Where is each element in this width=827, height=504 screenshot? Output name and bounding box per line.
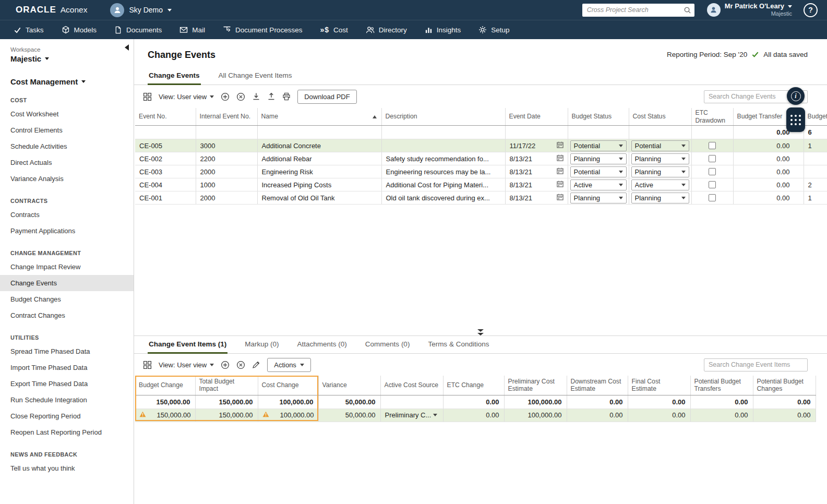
sidebar-item-control-elements[interactable]: Control Elements — [0, 122, 134, 138]
event-row-ce-005[interactable]: CE-005 3000 Additional Concrete 11/17/22… — [135, 139, 827, 152]
budget-status-select[interactable]: Planning — [570, 193, 627, 203]
help-button[interactable]: ? — [804, 3, 818, 17]
sidebar-item-direct-actuals[interactable]: Direct Actuals — [0, 154, 134, 171]
sort-ascending-icon[interactable] — [373, 115, 377, 118]
sidebar-item-reopen-last-reporting-period[interactable]: Reopen Last Reporting Period — [0, 424, 134, 440]
change-event-item-row[interactable]: 150,000.00 150,000.00 100,000.00 50,000 — [135, 409, 816, 422]
nav-cost[interactable]: »$ Cost — [320, 26, 347, 34]
remove-icon[interactable] — [236, 92, 245, 101]
cost-status-select[interactable]: Planning — [631, 166, 689, 177]
cost-status-select[interactable]: Active — [631, 179, 689, 190]
nav-tasks[interactable]: Tasks — [14, 26, 44, 34]
col-budget-change[interactable]: Budget Change — [135, 376, 195, 395]
sidebar-item-change-impact-review[interactable]: Change Impact Review — [0, 259, 134, 275]
sidebar-item-close-reporting-period[interactable]: Close Reporting Period — [0, 408, 134, 424]
calendar-icon[interactable] — [557, 194, 564, 202]
col-active-cost-source[interactable]: Active Cost Source — [380, 376, 443, 395]
add-icon[interactable] — [221, 92, 230, 101]
etc-drawdown-checkbox[interactable] — [709, 168, 716, 175]
col-preliminary-cost-estimate[interactable]: Preliminary Cost Estimate — [504, 376, 567, 395]
col-final-cost-estimate[interactable]: Final Cost Estimate — [628, 376, 690, 395]
add-icon[interactable] — [221, 361, 230, 369]
col-potential-budget-changes[interactable]: Potential Budget Changes — [753, 376, 816, 395]
warning-icon[interactable] — [262, 411, 269, 419]
etc-drawdown-checkbox[interactable] — [709, 142, 716, 149]
nav-directory[interactable]: Directory — [366, 26, 407, 34]
calendar-icon[interactable] — [557, 167, 564, 176]
apps-grid-button[interactable] — [786, 107, 805, 132]
col-potential-budget-transfers[interactable]: Potential Budget Transfers — [690, 376, 753, 395]
sidebar-item-tell-us-what-you-think[interactable]: Tell us what you think — [0, 460, 134, 476]
budget-status-select[interactable]: Potential — [570, 166, 627, 177]
nav-setup[interactable]: Setup — [478, 26, 509, 34]
sidebar-item-spread-time-phased-data[interactable]: Spread Time Phased Data — [0, 343, 134, 359]
view-selector[interactable]: View: User view — [159, 361, 214, 369]
col-event-date[interactable]: Event Date — [505, 108, 568, 126]
print-icon[interactable] — [282, 92, 291, 101]
etc-drawdown-checkbox[interactable] — [709, 194, 716, 201]
edit-pencil-icon[interactable] — [252, 361, 260, 369]
sidebar-item-export-time-phased-data[interactable]: Export Time Phased Data — [0, 376, 134, 392]
sidebar-item-budget-changes[interactable]: Budget Changes — [0, 291, 134, 307]
event-row-ce-004[interactable]: CE-004 1000 Increased Piping Costs Addit… — [135, 178, 827, 191]
col-internal-event-no[interactable]: Internal Event No. — [196, 108, 257, 126]
view-selector[interactable]: View: User view — [159, 93, 214, 101]
sidebar-item-import-time-phased-data[interactable]: Import Time Phased Data — [0, 359, 134, 376]
tab-comments[interactable]: Comments (0) — [364, 336, 411, 354]
project-selector[interactable]: Sky Demo — [110, 3, 172, 17]
col-etc-change[interactable]: ETC Change — [443, 376, 504, 395]
sidebar-item-schedule-activities[interactable]: Schedule Activities — [0, 138, 134, 154]
col-budget-changes[interactable]: Budget Changes — [804, 108, 827, 126]
calendar-icon[interactable] — [557, 141, 564, 150]
grid-view-icon[interactable] — [143, 92, 152, 101]
grid-view-icon[interactable] — [143, 361, 152, 369]
sidebar-item-contract-changes[interactable]: Contract Changes — [0, 307, 134, 323]
col-description[interactable]: Description — [381, 108, 505, 126]
sidebar-item-contracts[interactable]: Contracts — [0, 207, 134, 223]
panel-collapse-handle[interactable] — [473, 329, 488, 335]
col-event-no[interactable]: Event No. — [135, 108, 196, 126]
download-pdf-button[interactable]: Download PDF — [297, 90, 356, 104]
cost-status-select[interactable]: Planning — [631, 193, 689, 203]
tab-change-event-items[interactable]: Change Event Items (1) — [148, 336, 227, 354]
user-menu[interactable]: Mr Patrick O'Leary Majestic — [707, 3, 792, 17]
tab-terms-conditions[interactable]: Terms & Conditions — [427, 336, 490, 354]
calendar-icon[interactable] — [557, 154, 564, 163]
sidebar-item-variance-analysis[interactable]: Variance Analysis — [0, 171, 134, 187]
nav-document-processes[interactable]: Document Processes — [223, 26, 302, 34]
col-cost-change[interactable]: Cost Change — [258, 376, 318, 395]
warning-icon[interactable] — [139, 411, 146, 419]
nav-documents[interactable]: Documents — [114, 26, 162, 34]
remove-icon[interactable] — [236, 361, 245, 369]
calendar-icon[interactable] — [557, 181, 564, 189]
nav-insights[interactable]: Insights — [425, 26, 461, 34]
budget-status-select[interactable]: Planning — [570, 153, 627, 164]
workspace-selector[interactable]: Majestic — [0, 53, 134, 63]
tab-attachments[interactable]: Attachments (0) — [296, 336, 348, 354]
budget-status-select[interactable]: Active — [570, 179, 627, 190]
sidebar-collapse-button[interactable] — [125, 44, 129, 51]
col-cost-status[interactable]: Cost Status — [629, 108, 691, 126]
download-icon[interactable] — [252, 92, 260, 101]
search-icon[interactable] — [684, 6, 691, 16]
nav-mail[interactable]: Mail — [179, 26, 205, 34]
sidebar-item-payment-applications[interactable]: Payment Applications — [0, 223, 134, 239]
etc-drawdown-checkbox[interactable] — [709, 181, 716, 188]
cost-status-select[interactable]: Planning — [631, 153, 689, 164]
col-name[interactable]: Name — [257, 108, 381, 126]
event-row-ce-003[interactable]: CE-003 2000 Engineering Risk Engineering… — [135, 165, 827, 178]
actions-button[interactable]: Actions — [267, 358, 311, 372]
info-button[interactable]: i — [787, 87, 805, 105]
sidebar-item-cost-worksheet[interactable]: Cost Worksheet — [0, 106, 134, 122]
col-downstream-cost-estimate[interactable]: Downstream Cost Estimate — [567, 376, 628, 395]
sidebar-item-run-schedule-integration[interactable]: Run Schedule Integration — [0, 392, 134, 408]
module-selector[interactable]: Cost Management — [0, 63, 134, 86]
cross-project-search-input[interactable] — [582, 4, 694, 17]
tab-change-events[interactable]: Change Events — [148, 67, 201, 85]
event-row-ce-002[interactable]: CE-002 2200 Additional Rebar Safety stud… — [135, 152, 827, 165]
col-etc-drawdown[interactable]: ETC Drawdown — [691, 108, 733, 126]
col-budget-status[interactable]: Budget Status — [568, 108, 629, 126]
tab-markup[interactable]: Markup (0) — [244, 336, 280, 354]
col-total-budget-impact[interactable]: Total Budget Impact — [195, 376, 258, 395]
search-change-event-items-input[interactable] — [704, 358, 808, 371]
